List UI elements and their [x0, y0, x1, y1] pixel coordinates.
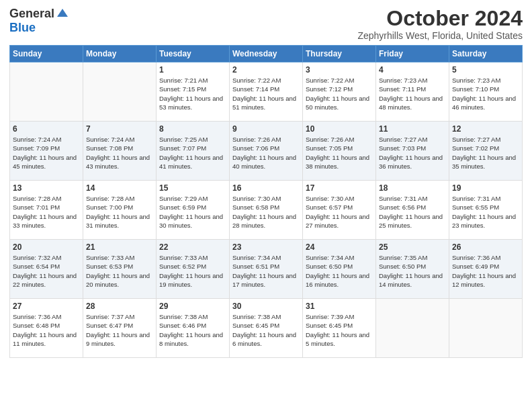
day-number: 7 [86, 124, 153, 134]
weekday-header-friday: Friday [376, 46, 449, 62]
title-block: October 2024 Zephyrhills West, Florida, … [357, 7, 523, 41]
weekday-header-sunday: Sunday [10, 46, 83, 62]
day-info: Sunrise: 7:23 AMSunset: 7:10 PMDaylight:… [452, 76, 519, 111]
day-info: Sunrise: 7:36 AMSunset: 6:48 PMDaylight:… [13, 312, 80, 348]
day-cell: 27Sunrise: 7:36 AMSunset: 6:48 PMDayligh… [10, 299, 83, 358]
day-cell: 8Sunrise: 7:25 AMSunset: 7:07 PMDaylight… [157, 122, 230, 181]
day-cell [449, 299, 523, 358]
logo-blue-text: Blue [9, 21, 36, 35]
day-info: Sunrise: 7:27 AMSunset: 7:03 PMDaylight:… [379, 135, 446, 171]
day-info: Sunrise: 7:24 AMSunset: 7:08 PMDaylight:… [86, 135, 153, 171]
day-info: Sunrise: 7:21 AMSunset: 7:15 PMDaylight:… [159, 76, 226, 111]
day-cell: 4Sunrise: 7:23 AMSunset: 7:11 PMDaylight… [376, 62, 449, 122]
day-info: Sunrise: 7:36 AMSunset: 6:49 PMDaylight:… [452, 253, 519, 289]
header: General Blue October 2024 Zephyrhills We… [9, 7, 523, 41]
week-row-2: 6Sunrise: 7:24 AMSunset: 7:09 PMDaylight… [10, 122, 523, 181]
day-number: 15 [159, 183, 226, 193]
day-number: 13 [13, 183, 80, 193]
month-title: October 2024 [357, 7, 523, 30]
logo-icon [56, 7, 69, 21]
day-cell [10, 62, 83, 122]
day-cell: 2Sunrise: 7:22 AMSunset: 7:14 PMDaylight… [230, 62, 303, 122]
day-number: 22 [159, 242, 226, 252]
day-cell: 21Sunrise: 7:33 AMSunset: 6:53 PMDayligh… [83, 240, 157, 299]
day-number: 25 [379, 242, 446, 252]
week-row-5: 27Sunrise: 7:36 AMSunset: 6:48 PMDayligh… [10, 299, 523, 358]
day-cell: 24Sunrise: 7:34 AMSunset: 6:50 PMDayligh… [303, 240, 376, 299]
day-number: 1 [159, 65, 226, 75]
day-number: 18 [379, 183, 446, 193]
day-info: Sunrise: 7:38 AMSunset: 6:46 PMDaylight:… [159, 312, 226, 348]
day-cell: 11Sunrise: 7:27 AMSunset: 7:03 PMDayligh… [376, 122, 449, 181]
day-number: 12 [452, 124, 519, 134]
day-cell: 12Sunrise: 7:27 AMSunset: 7:02 PMDayligh… [449, 122, 523, 181]
weekday-header-row: SundayMondayTuesdayWednesdayThursdayFrid… [10, 46, 523, 62]
day-number: 4 [379, 65, 446, 75]
day-number: 29 [159, 302, 226, 311]
day-info: Sunrise: 7:22 AMSunset: 7:14 PMDaylight:… [232, 76, 300, 111]
day-cell: 10Sunrise: 7:26 AMSunset: 7:05 PMDayligh… [303, 122, 376, 181]
day-number: 26 [452, 242, 519, 252]
day-cell: 16Sunrise: 7:30 AMSunset: 6:58 PMDayligh… [230, 181, 303, 240]
day-info: Sunrise: 7:30 AMSunset: 6:58 PMDaylight:… [232, 194, 300, 230]
day-info: Sunrise: 7:25 AMSunset: 7:07 PMDaylight:… [159, 135, 226, 171]
day-number: 28 [86, 302, 153, 311]
weekday-header-monday: Monday [83, 46, 157, 62]
day-info: Sunrise: 7:34 AMSunset: 6:50 PMDaylight:… [306, 253, 373, 289]
day-number: 14 [86, 183, 153, 193]
calendar-container: General Blue October 2024 Zephyrhills We… [0, 0, 532, 367]
day-info: Sunrise: 7:35 AMSunset: 6:50 PMDaylight:… [379, 253, 446, 289]
logo-general-text: General [9, 7, 54, 21]
day-cell: 15Sunrise: 7:29 AMSunset: 6:59 PMDayligh… [157, 181, 230, 240]
day-number: 30 [232, 302, 300, 311]
day-cell: 28Sunrise: 7:37 AMSunset: 6:47 PMDayligh… [83, 299, 157, 358]
day-info: Sunrise: 7:31 AMSunset: 6:56 PMDaylight:… [379, 194, 446, 230]
day-number: 24 [306, 242, 373, 252]
svg-marker-0 [57, 9, 68, 17]
day-info: Sunrise: 7:39 AMSunset: 6:45 PMDaylight:… [306, 312, 373, 348]
day-number: 31 [306, 302, 373, 311]
day-info: Sunrise: 7:31 AMSunset: 6:55 PMDaylight:… [452, 194, 519, 230]
day-info: Sunrise: 7:29 AMSunset: 6:59 PMDaylight:… [159, 194, 226, 230]
day-cell: 20Sunrise: 7:32 AMSunset: 6:54 PMDayligh… [10, 240, 83, 299]
calendar-body: 1Sunrise: 7:21 AMSunset: 7:15 PMDaylight… [10, 62, 523, 358]
day-cell: 30Sunrise: 7:38 AMSunset: 6:45 PMDayligh… [230, 299, 303, 358]
weekday-header-saturday: Saturday [449, 46, 523, 62]
day-cell: 31Sunrise: 7:39 AMSunset: 6:45 PMDayligh… [303, 299, 376, 358]
day-number: 11 [379, 124, 446, 134]
weekday-header-thursday: Thursday [303, 46, 376, 62]
day-cell: 14Sunrise: 7:28 AMSunset: 7:00 PMDayligh… [83, 181, 157, 240]
day-number: 6 [13, 124, 80, 134]
day-info: Sunrise: 7:22 AMSunset: 7:12 PMDaylight:… [306, 76, 373, 111]
day-number: 3 [306, 65, 373, 75]
day-number: 17 [306, 183, 373, 193]
day-info: Sunrise: 7:30 AMSunset: 6:57 PMDaylight:… [306, 194, 373, 230]
day-number: 8 [159, 124, 226, 134]
day-info: Sunrise: 7:24 AMSunset: 7:09 PMDaylight:… [13, 135, 80, 171]
day-info: Sunrise: 7:32 AMSunset: 6:54 PMDaylight:… [13, 253, 80, 289]
day-info: Sunrise: 7:26 AMSunset: 7:06 PMDaylight:… [232, 135, 300, 171]
calendar-header: SundayMondayTuesdayWednesdayThursdayFrid… [10, 46, 523, 62]
location: Zephyrhills West, Florida, United States [357, 30, 523, 41]
day-number: 2 [232, 65, 300, 75]
week-row-4: 20Sunrise: 7:32 AMSunset: 6:54 PMDayligh… [10, 240, 523, 299]
day-cell: 29Sunrise: 7:38 AMSunset: 6:46 PMDayligh… [157, 299, 230, 358]
day-info: Sunrise: 7:23 AMSunset: 7:11 PMDaylight:… [379, 76, 446, 111]
day-info: Sunrise: 7:34 AMSunset: 6:51 PMDaylight:… [232, 253, 300, 289]
week-row-3: 13Sunrise: 7:28 AMSunset: 7:01 PMDayligh… [10, 181, 523, 240]
day-cell: 3Sunrise: 7:22 AMSunset: 7:12 PMDaylight… [303, 62, 376, 122]
day-cell: 22Sunrise: 7:33 AMSunset: 6:52 PMDayligh… [157, 240, 230, 299]
weekday-header-tuesday: Tuesday [157, 46, 230, 62]
day-number: 10 [306, 124, 373, 134]
day-cell: 19Sunrise: 7:31 AMSunset: 6:55 PMDayligh… [449, 181, 523, 240]
day-info: Sunrise: 7:27 AMSunset: 7:02 PMDaylight:… [452, 135, 519, 171]
week-row-1: 1Sunrise: 7:21 AMSunset: 7:15 PMDaylight… [10, 62, 523, 122]
day-info: Sunrise: 7:28 AMSunset: 7:01 PMDaylight:… [13, 194, 80, 230]
day-number: 21 [86, 242, 153, 252]
day-cell: 13Sunrise: 7:28 AMSunset: 7:01 PMDayligh… [10, 181, 83, 240]
day-cell: 9Sunrise: 7:26 AMSunset: 7:06 PMDaylight… [230, 122, 303, 181]
day-number: 27 [13, 302, 80, 311]
day-cell: 23Sunrise: 7:34 AMSunset: 6:51 PMDayligh… [230, 240, 303, 299]
day-cell: 5Sunrise: 7:23 AMSunset: 7:10 PMDaylight… [449, 62, 523, 122]
day-number: 19 [452, 183, 519, 193]
